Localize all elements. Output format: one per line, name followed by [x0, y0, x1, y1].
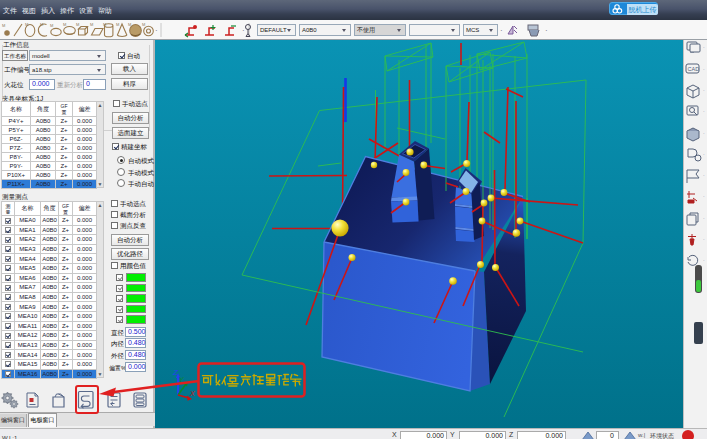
svg-text:CAD: CAD [688, 66, 700, 72]
svg-text:·: · [242, 26, 245, 35]
svg-text:M: M [63, 22, 66, 27]
svg-text:M: M [50, 23, 53, 28]
svg-text:·: · [703, 215, 705, 221]
svg-text:M: M [103, 22, 106, 27]
svg-text:M: M [142, 22, 145, 27]
svg-text:M: M [116, 22, 119, 27]
svg-text:M: M [25, 22, 28, 27]
svg-text:·: · [703, 151, 705, 157]
svg-text:M: M [128, 22, 131, 27]
svg-text:M: M [76, 22, 79, 27]
svg-text:·: · [703, 236, 705, 242]
svg-text:·: · [703, 44, 705, 50]
svg-text:·: · [703, 193, 705, 199]
svg-text:·: · [703, 87, 705, 93]
svg-text:X: X [189, 390, 195, 397]
svg-text:·: · [703, 66, 705, 72]
svg-text:·: · [703, 108, 705, 114]
svg-text:M: M [2, 23, 5, 28]
svg-text:M: M [90, 22, 93, 27]
svg-text:·: · [155, 26, 158, 35]
svg-text:·: · [703, 130, 705, 136]
svg-text:·: · [545, 26, 548, 35]
svg-text:·: · [703, 257, 705, 263]
svg-text:M: M [40, 22, 43, 27]
svg-text:·: · [703, 172, 705, 178]
